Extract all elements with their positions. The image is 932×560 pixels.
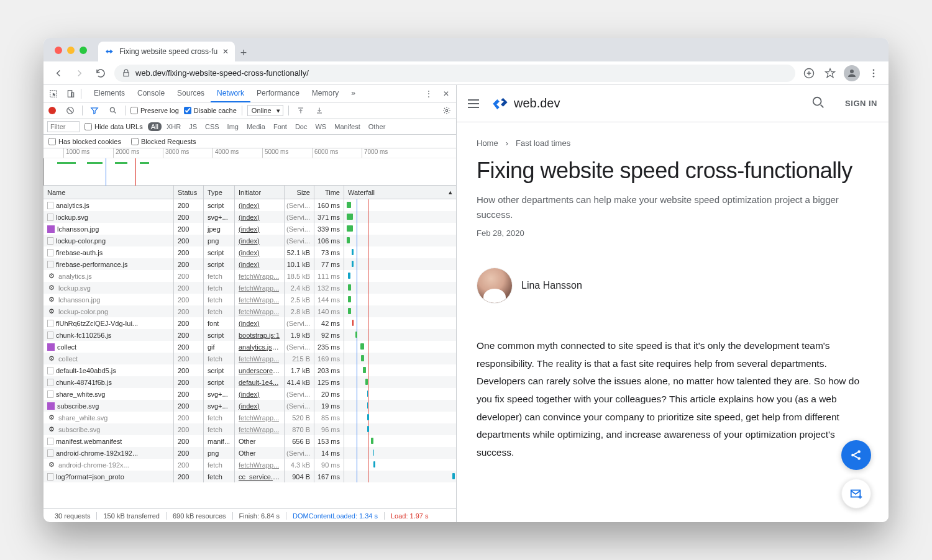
menu-icon[interactable] (468, 96, 483, 111)
table-row[interactable]: default-1e40abd5.js200scriptunderscore-.… (43, 364, 456, 376)
minimize-window-icon[interactable] (67, 47, 75, 54)
table-row[interactable]: subscribe.svg200svg+...(index)(Servi...1… (43, 400, 456, 412)
forward-button[interactable] (72, 66, 87, 81)
filter-chip-xhr[interactable]: XHR (163, 122, 184, 131)
table-row[interactable]: ⚙lockup-color.png200fetchfetchWrapp...2.… (43, 305, 456, 317)
timeline-overview[interactable]: 1000 ms2000 ms3000 ms4000 ms5000 ms6000 … (43, 148, 456, 186)
table-row[interactable]: collect200gifanalytics.js:36(Servi...235… (43, 341, 456, 353)
table-row[interactable]: firebase-auth.js200script(index)52.1 kB7… (43, 246, 456, 258)
author-name[interactable]: Lina Hansson (521, 280, 582, 291)
col-type[interactable]: Type (204, 186, 235, 199)
device-toggle-icon[interactable] (63, 86, 78, 101)
filter-chip-other[interactable]: Other (365, 122, 389, 131)
breadcrumb-section[interactable]: Fast load times (516, 138, 570, 148)
col-size[interactable]: Size (285, 186, 314, 199)
filter-chip-media[interactable]: Media (244, 122, 268, 131)
hide-data-urls-checkbox[interactable]: Hide data URLs (85, 123, 143, 130)
url-text: web.dev/fixing-website-speed-cross-funct… (135, 68, 309, 78)
tab-memory[interactable]: Memory (306, 85, 345, 102)
has-blocked-cookies-checkbox[interactable]: Has blocked cookies (48, 138, 121, 145)
col-waterfall[interactable]: Waterfall▴ (344, 186, 456, 199)
site-favicon-icon (104, 47, 114, 56)
inspect-icon[interactable] (46, 86, 61, 101)
profile-button[interactable] (844, 65, 860, 81)
table-row[interactable]: ⚙share_white.svg200fetchfetchWrapp...520… (43, 412, 456, 423)
address-bar[interactable]: web.dev/fixing-website-speed-cross-funct… (114, 65, 795, 82)
filter-chip-js[interactable]: JS (186, 122, 200, 131)
filter-chip-manifest[interactable]: Manifest (331, 122, 363, 131)
table-row[interactable]: android-chrome-192x192...200pngOther(Ser… (43, 447, 456, 459)
subscribe-button[interactable] (841, 479, 871, 508)
back-button[interactable] (51, 66, 66, 81)
filter-chip-doc[interactable]: Doc (292, 122, 311, 131)
disable-cache-checkbox[interactable]: Disable cache (184, 107, 237, 114)
import-har-icon[interactable] (294, 107, 308, 114)
webdev-logo-icon (491, 95, 509, 112)
col-time[interactable]: Time (314, 186, 344, 199)
devtools-menu-icon[interactable]: ⋮ (421, 86, 436, 101)
export-har-icon[interactable] (313, 107, 326, 114)
reload-button[interactable] (93, 66, 108, 81)
author-avatar[interactable] (477, 268, 513, 304)
settings-icon[interactable] (440, 106, 454, 115)
devtools-header: Elements Console Sources Network Perform… (43, 85, 456, 102)
table-row[interactable]: ⚙android-chrome-192x...200fetchfetchWrap… (43, 459, 456, 471)
col-status[interactable]: Status (174, 186, 204, 199)
table-row[interactable]: share_white.svg200svg+...(index)(Servi..… (43, 388, 456, 400)
search-icon[interactable] (106, 106, 120, 115)
browser-tab[interactable]: Fixing website speed cross-fu ✕ (98, 42, 235, 61)
table-row[interactable]: ⚙analytics.js200fetchfetchWrapp...18.5 k… (43, 270, 456, 282)
table-row[interactable]: ⚙subscribe.svg200fetchfetchWrapp...870 B… (43, 423, 456, 435)
new-tab-button[interactable]: + (235, 44, 252, 61)
record-button[interactable] (48, 107, 56, 114)
devtools-close-icon[interactable]: ✕ (439, 86, 454, 101)
maximize-window-icon[interactable] (80, 47, 87, 54)
filter-chip-css[interactable]: CSS (202, 122, 222, 131)
network-table-body[interactable]: analytics.js200script(index)(Servi...160… (43, 199, 456, 508)
filter-icon[interactable] (88, 106, 101, 115)
filter-input[interactable] (47, 121, 80, 132)
filter-chip-all[interactable]: All (148, 122, 162, 131)
table-row[interactable]: lockup-color.png200png(index)(Servi...10… (43, 235, 456, 246)
table-row[interactable]: log?format=json_proto200fetchcc_service.… (43, 471, 456, 482)
table-row[interactable]: firebase-performance.js200script(index)1… (43, 258, 456, 270)
filter-chip-ws[interactable]: WS (312, 122, 329, 131)
tab-network[interactable]: Network (211, 85, 250, 102)
tab-elements[interactable]: Elements (88, 85, 131, 102)
table-row[interactable]: flUhRq6tzZclQEJ-Vdg-Iui...200font(index)… (43, 317, 456, 329)
tab-sources[interactable]: Sources (171, 85, 211, 102)
filter-chip-font[interactable]: Font (270, 122, 290, 131)
site-logo[interactable]: web.dev (491, 95, 560, 112)
table-row[interactable]: chunk-fc110256.js200scriptbootstrap.js:1… (43, 329, 456, 341)
install-button[interactable] (802, 66, 816, 81)
tab-console[interactable]: Console (131, 85, 171, 102)
col-name[interactable]: Name (43, 186, 174, 199)
table-row[interactable]: ⚙lockup.svg200fetchfetchWrapp...2.4 kB13… (43, 282, 456, 294)
search-icon[interactable] (811, 96, 825, 112)
col-initiator[interactable]: Initiator (235, 186, 285, 199)
table-row[interactable]: lchansson.jpg200jpeg(index)(Servi...339 … (43, 223, 456, 235)
tab-performance[interactable]: Performance (250, 85, 306, 102)
tab-strip: Fixing website speed cross-fu ✕ + (43, 38, 889, 61)
table-row[interactable]: lockup.svg200svg+...(index)(Servi...371 … (43, 211, 456, 223)
signin-button[interactable]: SIGN IN (845, 99, 877, 108)
filter-chip-img[interactable]: Img (224, 122, 242, 131)
table-row[interactable]: ⚙collect200fetchfetchWrapp...215 B169 ms (43, 353, 456, 364)
table-row[interactable]: manifest.webmanifest200manif...Other656 … (43, 435, 456, 447)
close-window-icon[interactable] (55, 47, 62, 54)
clear-button[interactable] (63, 106, 77, 115)
bookmark-button[interactable] (823, 66, 838, 81)
table-row[interactable]: chunk-48741f6b.js200scriptdefault-1e4...… (43, 376, 456, 388)
breadcrumb-home[interactable]: Home (477, 138, 498, 148)
throttling-select[interactable]: Online ▾ (247, 105, 283, 116)
blocked-requests-checkbox[interactable]: Blocked Requests (131, 138, 196, 145)
chevron-right-icon: › (506, 138, 508, 148)
share-button[interactable] (841, 440, 871, 470)
close-tab-icon[interactable]: ✕ (222, 47, 229, 56)
preserve-log-checkbox[interactable]: Preserve log (130, 107, 179, 114)
table-row[interactable]: ⚙lchansson.jpg200fetchfetchWrapp...2.5 k… (43, 294, 456, 305)
table-row[interactable]: analytics.js200script(index)(Servi...160… (43, 199, 456, 211)
svg-point-11 (813, 97, 821, 105)
menu-button[interactable] (866, 66, 881, 81)
tab-more[interactable]: » (345, 85, 362, 102)
